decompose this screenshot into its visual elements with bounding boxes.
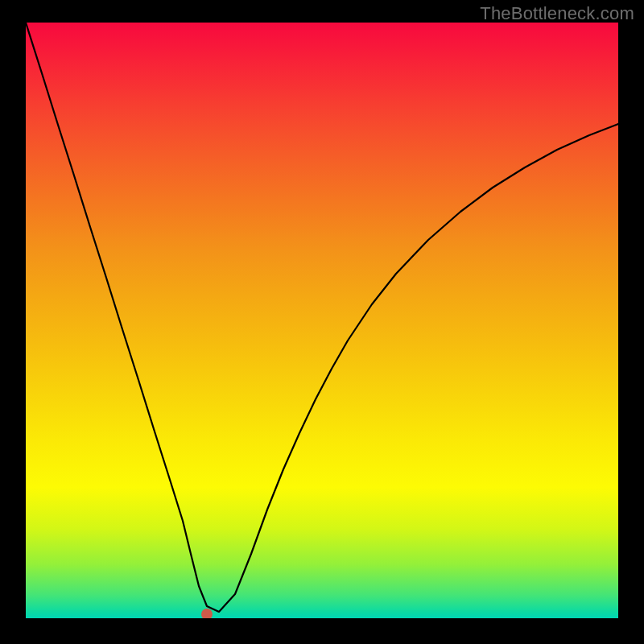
bottleneck-curve bbox=[26, 23, 618, 612]
minimum-marker bbox=[201, 609, 213, 618]
plot-area bbox=[26, 23, 618, 618]
curve-svg bbox=[26, 23, 618, 618]
watermark-text: TheBottleneck.com bbox=[480, 3, 634, 24]
chart-frame: TheBottleneck.com bbox=[0, 0, 644, 644]
